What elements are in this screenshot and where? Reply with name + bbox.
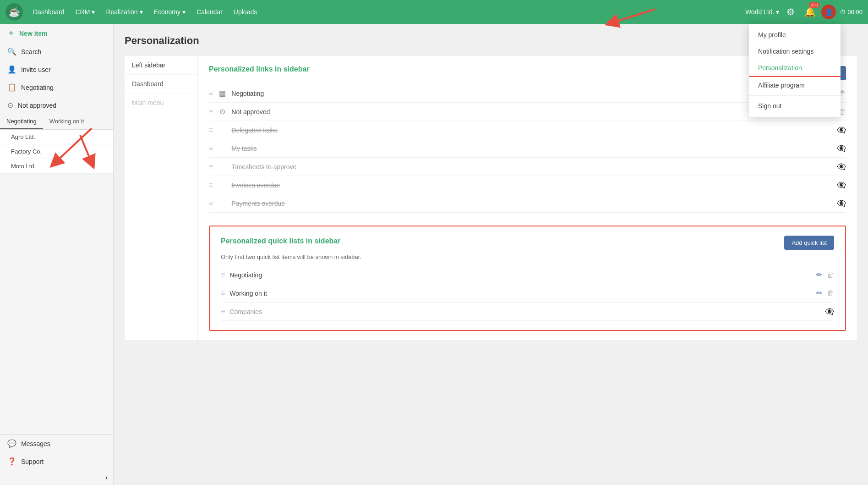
nav-economy[interactable]: Economy ▾ [149,6,190,18]
sidebar-new-item-label: New item [19,30,47,37]
content-wrapper: Left sidebar Dashboard Main menu Persona… [125,56,857,340]
not-approved-icon: ⊙ [7,101,13,110]
sidebar-negotiating[interactable]: 📋 Negotiating [0,78,113,96]
row-label: Delegated tasks [231,127,832,134]
row-label: My tasks [231,145,832,152]
timer-display[interactable]: ⏱ 00:00 [840,9,863,16]
quick-row-label: Working on it [229,290,812,297]
visibility-icon[interactable]: 👁‍🗨 [837,162,846,171]
quick-lists-section-header: Personalized quick lists in sidebar Add … [221,236,834,250]
list-item[interactable]: Factory Co. [0,144,113,159]
dropdown-notification-settings[interactable]: Notification settings [749,43,841,60]
dropdown-my-profile[interactable]: My profile [749,27,841,43]
dropdown-personalization[interactable]: Personalization [749,60,841,77]
quick-lists-section-title: Personalized quick lists in sidebar [221,237,340,245]
delete-icon[interactable]: 🗑 [827,271,834,279]
support-icon: ❓ [7,457,16,466]
quick-list-row: ≡ Negotiating ✏ 🗑 [221,266,834,284]
link-row: ≡ Delegated tasks 👁‍🗨 [209,121,846,139]
quick-row-label: Companies [229,308,820,315]
left-nav-left-sidebar[interactable]: Left sidebar [125,56,197,75]
row-icon: ⊙ [218,107,227,116]
sidebar-bottom: 💬 Messages ❓ Support ‹ [0,434,113,485]
visibility-icon[interactable]: 👁‍🗨 [837,199,846,208]
drag-handle-icon[interactable]: ≡ [209,89,213,98]
left-nav-dashboard[interactable]: Dashboard [125,75,197,94]
edit-icon[interactable]: ✏ [816,270,822,279]
left-nav-main-menu[interactable]: Main menu [125,94,197,112]
nav-crm[interactable]: CRM ▾ [71,6,100,18]
visibility-icon[interactable]: 👁‍🗨 [837,181,846,189]
drag-handle-icon[interactable]: ≡ [209,144,213,153]
row-label: Timesheets to approve [231,163,832,171]
dropdown-affiliate[interactable]: Affiliate program [749,77,841,94]
sidebar-invite-user[interactable]: 👤 Invite user [0,61,113,78]
link-row: ≡ Timesheets to approve 👁‍🗨 [209,158,846,176]
quick-row-label: Negotiating [229,271,812,279]
sidebar-not-approved-label: Not approved [18,102,56,109]
drag-handle-icon[interactable]: ≡ [209,126,213,134]
nav-uploads[interactable]: Uploads [229,6,262,18]
tab-negotiating[interactable]: Negotiating [0,114,43,129]
sidebar-not-approved[interactable]: ⊙ Not approved [0,96,113,114]
row-label: Not approved [231,108,834,116]
app-logo[interactable]: ☕ [5,3,23,21]
sidebar-new-item[interactable]: ＋ New item [0,24,113,43]
top-nav: ☕ Dashboard CRM ▾ Realization ▾ Economy … [0,0,868,24]
sidebar-messages[interactable]: 💬 Messages [0,435,113,452]
row-label: Payments overdue [231,200,832,207]
quick-list-row: ≡ Working on it ✏ 🗑 [221,284,834,303]
user-avatar[interactable]: 👤 [821,5,836,19]
notifications-icon[interactable]: 🔔 330 [802,4,818,20]
collapse-icon: ‹ [105,474,108,481]
row-label: Negotiating [231,90,834,97]
drag-handle-icon[interactable]: ≡ [209,181,213,189]
link-row: ≡ Payments overdue 👁‍🗨 [209,194,846,213]
drag-handle-icon[interactable]: ≡ [221,271,225,279]
plus-icon: ＋ [7,28,15,38]
settings-icon[interactable]: ⚙ [783,4,798,20]
invite-icon: 👤 [7,65,16,74]
visibility-icon[interactable]: 👁‍🗨 [825,307,834,316]
nav-dashboard[interactable]: Dashboard [28,6,69,18]
sidebar-negotiating-label: Negotiating [21,84,54,91]
quick-list-entries: Agro Ltd. Factory Co. Moto Ltd. [0,130,113,174]
collapse-sidebar-button[interactable]: ‹ [0,470,113,485]
personalized-quick-lists-section: Personalized quick lists in sidebar Add … [209,226,846,331]
drag-handle-icon[interactable]: ≡ [209,163,213,171]
visibility-icon[interactable]: 👁‍🗨 [837,144,846,153]
world-selector[interactable]: World Ltd. ▾ [745,8,780,16]
edit-icon[interactable]: ✏ [816,289,822,298]
row-icon: ▦ [218,89,227,98]
delete-icon[interactable]: 🗑 [827,289,834,298]
quick-list-row: ≡ Companies 👁‍🗨 [221,303,834,321]
sidebar-invite-label: Invite user [21,66,51,73]
drag-handle-icon[interactable]: ≡ [221,308,225,316]
visibility-icon[interactable]: 👁‍🗨 [837,126,846,134]
sidebar-search[interactable]: 🔍 Search [0,43,113,61]
drag-handle-icon[interactable]: ≡ [209,199,213,208]
list-item[interactable]: Moto Ltd. [0,159,113,174]
dropdown-sign-out[interactable]: Sign out [749,98,841,114]
dropdown-divider [749,95,841,96]
sidebar: ＋ New item 🔍 Search 👤 Invite user 📋 Nego… [0,24,114,485]
quick-list-tabs: Negotiating Working on it [0,114,113,130]
page-title: Personalization [125,35,857,47]
list-item[interactable]: Agro Ltd. [0,130,113,144]
sidebar-search-label: Search [21,48,41,55]
sidebar-support-label: Support [21,458,44,465]
tab-working-on-it[interactable]: Working on it [43,114,91,129]
sidebar-support[interactable]: ❓ Support [0,452,113,470]
nav-realization[interactable]: Realization ▾ [101,6,147,18]
drag-handle-icon[interactable]: ≡ [221,289,225,298]
sidebar-messages-label: Messages [21,440,50,447]
links-section-title: Personalized links in sidebar [209,65,310,73]
user-dropdown-menu: My profile Notification settings Persona… [749,24,841,117]
main-layout: ＋ New item 🔍 Search 👤 Invite user 📋 Nego… [0,24,868,485]
link-row: ≡ My tasks 👁‍🗨 [209,139,846,158]
content-left-nav: Left sidebar Dashboard Main menu [125,56,198,340]
drag-handle-icon[interactable]: ≡ [209,108,213,116]
link-row: ≡ Invoices overdue 👁‍🗨 [209,176,846,194]
add-quick-list-button[interactable]: Add quick list [784,236,834,250]
nav-calendar[interactable]: Calendar [192,6,227,18]
